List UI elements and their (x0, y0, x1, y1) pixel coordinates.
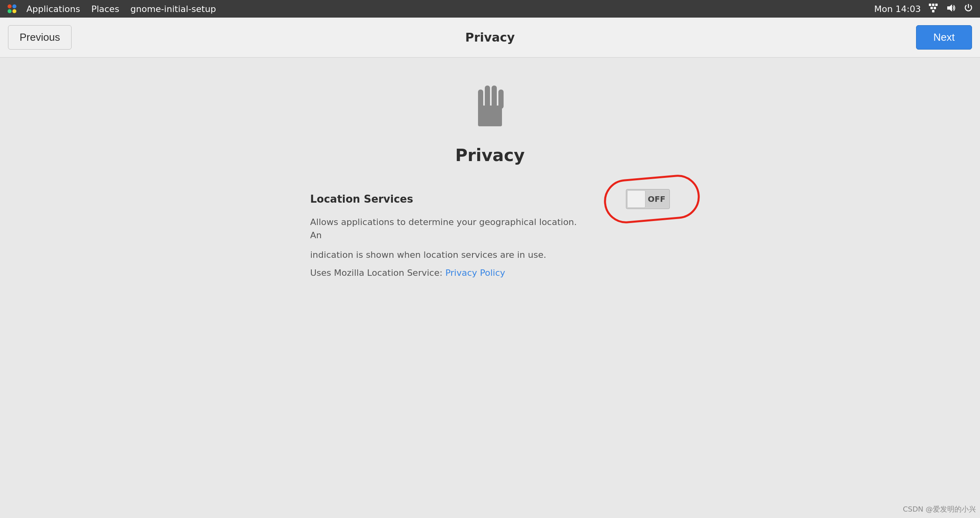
svg-rect-7 (930, 7, 933, 9)
volume-icon[interactable] (946, 3, 956, 15)
menubar-app-name[interactable]: gnome-initial-setup (125, 2, 221, 16)
network-icon (928, 3, 938, 15)
location-toggle[interactable]: OFF (626, 189, 670, 209)
svg-rect-13 (485, 86, 490, 108)
toggle-state-label: OFF (648, 194, 665, 204)
toggle-wrapper: OFF (626, 189, 670, 209)
location-policy: Uses Mozilla Location Service: Privacy P… (310, 268, 670, 278)
svg-rect-4 (929, 4, 931, 6)
privacy-icon (468, 84, 512, 128)
next-button[interactable]: Next (916, 25, 972, 50)
gnome-logo-icon (6, 3, 18, 14)
location-section: Location Services OFF Allows application… (310, 189, 670, 278)
privacy-heading: Privacy (455, 145, 525, 165)
watermark: CSDN @爱发明的小兴 (903, 504, 976, 514)
svg-rect-8 (934, 7, 936, 9)
menubar-right: Mon 14:03 (874, 3, 974, 15)
toggle-knob (627, 190, 645, 208)
main-content: Privacy Location Services OFF Allows app… (0, 58, 980, 518)
location-services-label: Location Services (310, 193, 413, 205)
menubar: Applications Places gnome-initial-setup … (0, 0, 980, 18)
svg-rect-9 (932, 10, 934, 12)
page-title: Privacy (465, 30, 515, 44)
svg-rect-5 (932, 4, 934, 6)
location-row: Location Services OFF (310, 189, 670, 209)
svg-rect-15 (498, 90, 504, 109)
power-icon[interactable] (963, 3, 974, 15)
previous-button[interactable]: Previous (8, 25, 72, 50)
svg-point-3 (12, 9, 16, 13)
menubar-applications[interactable]: Applications (21, 2, 86, 16)
location-description-line1: Allows applications to determine your ge… (310, 215, 590, 242)
privacy-icon-container (466, 82, 514, 130)
svg-rect-14 (492, 86, 497, 108)
svg-point-1 (12, 4, 16, 8)
svg-rect-6 (935, 4, 938, 6)
svg-point-0 (8, 4, 12, 8)
svg-point-2 (8, 9, 12, 13)
menubar-places[interactable]: Places (86, 2, 125, 16)
svg-rect-12 (478, 90, 483, 109)
svg-rect-11 (478, 106, 502, 126)
headerbar: Previous Privacy Next (0, 18, 980, 58)
svg-marker-10 (947, 4, 952, 12)
privacy-policy-link[interactable]: Privacy Policy (445, 268, 505, 278)
location-description-line2: indication is shown when location servic… (310, 248, 590, 261)
system-clock: Mon 14:03 (874, 4, 921, 14)
